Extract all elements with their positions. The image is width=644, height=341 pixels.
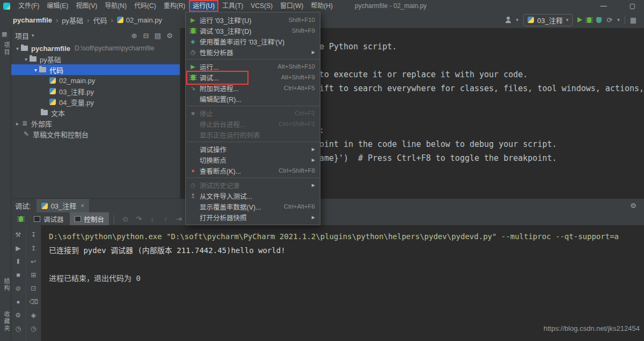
console-blank-line xyxy=(49,257,644,271)
tool-windows-grid-icon[interactable]: ▦ xyxy=(630,16,636,24)
menu-item-import-tests[interactable]: ↥ 从文件导入测试... xyxy=(186,190,320,201)
project-stripe-icon[interactable]: ▦ xyxy=(2,31,7,38)
navigate-up-icon[interactable]: ↥ xyxy=(29,244,38,253)
tree-item-scratches[interactable]: ✎ 草稿文件和控制台 xyxy=(11,129,180,139)
settings-gear-icon[interactable]: ⚙ xyxy=(630,202,644,210)
user-icon[interactable] xyxy=(505,17,511,23)
menu-code[interactable]: 代码(C) xyxy=(130,0,160,12)
menu-run[interactable]: 运行(U) xyxy=(189,0,218,12)
menu-item-toggle-breakpoint[interactable]: 切换断点 ▶ xyxy=(186,154,320,165)
chevron-down-icon[interactable]: ▾ xyxy=(617,17,620,23)
breadcrumb-file[interactable]: 02_main.py xyxy=(126,16,162,24)
step-out-icon[interactable]: ↑ xyxy=(159,215,172,223)
debug-session-tab[interactable]: 03_注释 × xyxy=(36,199,90,212)
debug-console[interactable]: D:\soft\python\python.exe "D:\soft\pycha… xyxy=(41,225,644,341)
tab-console[interactable]: 控制台 xyxy=(70,212,109,225)
chevron-right-icon[interactable]: ▸ xyxy=(14,121,21,127)
menu-item-view-breakpoints[interactable]: ● 查看断点(K)... Ctrl+Shift+F8 xyxy=(186,165,320,176)
menu-item-show-coverage-data[interactable]: 显示覆盖率数据(V)... Ctrl+Alt+F6 xyxy=(186,201,320,212)
coverage-button[interactable] xyxy=(596,17,602,23)
clear-console-icon[interactable]: ⌫ xyxy=(29,298,38,306)
tree-item-external-libraries[interactable]: ▸ ≣ 外部库 xyxy=(11,118,180,129)
menu-window[interactable]: 窗口(W) xyxy=(276,0,307,12)
menu-edit[interactable]: 编辑(E) xyxy=(43,0,72,12)
maximize-button[interactable]: ▢ xyxy=(630,2,635,10)
tree-item-python-file[interactable]: 04_变量.py xyxy=(11,97,180,107)
stripe-project-label[interactable]: 项目 xyxy=(2,42,11,56)
breadcrumb-project[interactable]: pycharmfile xyxy=(13,16,52,24)
menu-item-open-profiler-snapshot[interactable]: 打开分析器快照 ▶ xyxy=(186,212,320,223)
menu-item-edit-configurations[interactable]: 编辑配置(R)... xyxy=(186,93,320,104)
mute-breakpoints-icon[interactable]: ⊘ xyxy=(14,284,23,293)
menu-item-run-with-coverage[interactable]: ◈ 使用覆盖率运行 '03_注释'(V) xyxy=(186,36,320,47)
python-file-icon xyxy=(49,99,56,105)
show-execution-point-icon[interactable]: ⊙ xyxy=(119,215,131,223)
collapse-all-icon[interactable]: ⊟ xyxy=(140,32,152,40)
tree-item-project-root[interactable]: ▾ pycharmfile D:\soft\pycharm\pycharmfil… xyxy=(11,43,180,54)
chevron-down-icon[interactable]: ▾ xyxy=(32,33,34,38)
tree-item-folder[interactable]: ▾ py基础 xyxy=(11,54,180,64)
window-title: pycharmfile - 02_main.py xyxy=(355,2,427,10)
menu-navigate[interactable]: 导航(N) xyxy=(101,0,130,12)
variables-icon[interactable]: ◈ xyxy=(29,311,38,320)
navigate-down-icon[interactable]: ↧ xyxy=(29,231,38,239)
run-button[interactable] xyxy=(577,17,582,23)
debug-button[interactable] xyxy=(587,17,591,23)
stripe-favorites-label[interactable]: 收藏夹 xyxy=(2,311,11,332)
close-icon[interactable]: × xyxy=(80,202,84,210)
editor-line: ame}') # Press Ctrl+F8 to toggle the bre… xyxy=(319,153,557,163)
history-icon[interactable]: ◷ xyxy=(29,324,38,333)
print-icon[interactable]: ⊡ xyxy=(29,284,38,293)
locate-file-icon[interactable]: ⊕ xyxy=(128,32,140,40)
run-icon: ▶ xyxy=(188,17,197,24)
debugger-bug-icon xyxy=(14,216,28,222)
breadcrumb-folder-1[interactable]: py基础 xyxy=(62,15,83,25)
run-to-cursor-icon[interactable]: ⇥ xyxy=(173,215,185,223)
menu-vcs[interactable]: VCS(S) xyxy=(247,0,276,12)
menu-file[interactable]: 文件(F) xyxy=(14,0,43,12)
menu-view[interactable]: 视图(V) xyxy=(72,0,101,12)
run-config-selector[interactable]: 03_注释 ▾ xyxy=(523,14,573,26)
menu-item-attach-to-process[interactable]: ↘ 附加到进程... Ctrl+Alt+F5 xyxy=(186,83,320,93)
menu-item-run-config[interactable]: ▶ 运行 '03_注释'(U) Shift+F10 xyxy=(186,14,320,25)
restore-layout-icon[interactable]: ⊞ xyxy=(29,271,38,279)
layout-icon[interactable]: ▤ xyxy=(152,32,164,40)
resume-icon[interactable]: ▶ xyxy=(14,244,23,253)
project-panel-title[interactable]: 项目 xyxy=(15,31,29,41)
tree-item-folder-selected[interactable]: ▾ 代码 xyxy=(11,64,180,75)
stop-icon[interactable]: ■ xyxy=(14,271,23,279)
tab-debugger[interactable]: 调试器 xyxy=(29,212,69,225)
settings-gear-icon[interactable]: ⚙ xyxy=(164,32,175,40)
chevron-down-icon[interactable]: ▾ xyxy=(516,17,519,23)
menu-help[interactable]: 帮助(H) xyxy=(307,0,336,12)
chevron-down-icon[interactable]: ▾ xyxy=(32,67,39,73)
tree-item-python-file[interactable]: 02_main.py xyxy=(11,75,180,86)
chevron-down-icon[interactable]: ▾ xyxy=(23,56,30,62)
tree-item-python-file[interactable]: 03_注释.py xyxy=(11,86,180,97)
menu-refactor[interactable]: 重构(R) xyxy=(160,0,189,12)
minimize-button[interactable]: — xyxy=(601,2,607,10)
stripe-structure-label[interactable]: 结构 xyxy=(2,278,11,292)
thread-dump-icon[interactable]: ◷ xyxy=(14,324,23,333)
settings-gear-icon[interactable]: ⚙ xyxy=(14,311,23,320)
rerun-button[interactable]: ⟳ xyxy=(606,16,612,24)
tree-item-folder[interactable]: 文本 xyxy=(11,107,180,118)
menu-item-profiler[interactable]: ◷ 性能分析器 ▶ xyxy=(186,47,320,57)
import-icon: ↥ xyxy=(188,192,197,199)
menu-item-debug[interactable]: 调试... Alt+Shift+F9 xyxy=(186,72,320,83)
breadcrumb-separator: › xyxy=(87,16,89,24)
menu-item-debugging-actions[interactable]: 调试操作 ▶ xyxy=(186,144,320,154)
soft-wrap-icon[interactable]: ↩ xyxy=(29,257,38,266)
menu-tools[interactable]: 工具(T) xyxy=(218,0,247,12)
menu-item-run[interactable]: ▶ 运行... Alt+Shift+F10 xyxy=(186,61,320,72)
view-breakpoints-icon[interactable]: ● xyxy=(14,298,23,306)
pause-icon[interactable]: ‖ xyxy=(14,257,23,266)
menu-item-debug-config[interactable]: 调试 '03_注释'(D) Shift+F9 xyxy=(186,25,320,36)
breadcrumb-folder-2[interactable]: 代码 xyxy=(93,15,107,25)
wrench-icon[interactable]: ⚒ xyxy=(14,231,23,239)
step-into-icon[interactable]: ↓ xyxy=(146,215,158,223)
menu-separator xyxy=(186,106,319,106)
pycharm-logo-icon xyxy=(3,3,10,10)
step-over-icon[interactable]: ↷ xyxy=(133,215,145,223)
chevron-down-icon[interactable]: ▾ xyxy=(14,46,21,51)
